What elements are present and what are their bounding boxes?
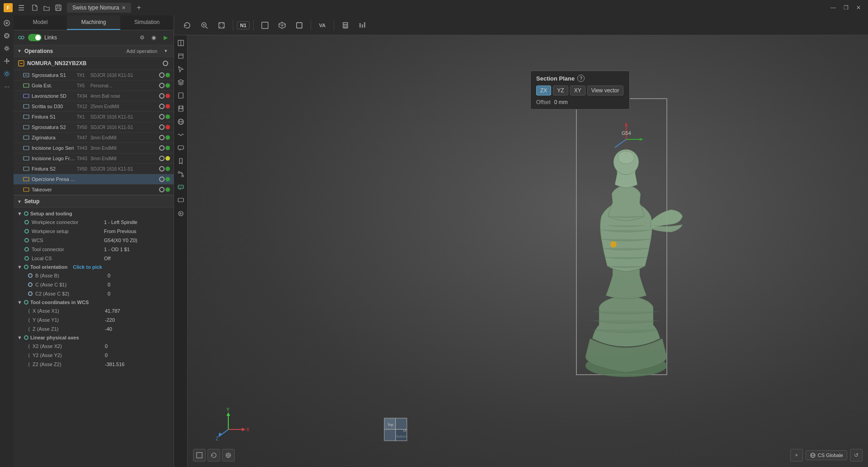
save-file-icon[interactable] — [53, 3, 63, 13]
toolbar-print-icon[interactable] — [338, 18, 353, 33]
vp-frame-btn[interactable] — [193, 449, 206, 462]
vt-page-icon[interactable] — [175, 90, 187, 101]
links-toggle[interactable] — [28, 34, 42, 41]
table-row[interactable]: Incisione Logo Seri T#43 3mm EndMill — [14, 143, 174, 153]
table-row[interactable]: Sgrossatura S1 T#1 SDJCR 1616 K11-S1 — [14, 70, 174, 81]
hamburger-menu-icon[interactable]: ☰ — [16, 3, 26, 13]
op-name-4: Finitura S1 — [32, 114, 77, 119]
axis-x-icon: ⟨ — [28, 308, 30, 314]
close-button[interactable]: ✕ — [853, 3, 864, 12]
status-ring-8 — [159, 156, 165, 161]
setup-row-workpiece-setup: Workpiece setup From Previous — [14, 227, 174, 236]
svg-text:Y: Y — [226, 407, 230, 412]
tab-machining[interactable]: Machining — [67, 15, 120, 30]
svg-point-74 — [227, 454, 229, 456]
restore-button[interactable]: ❐ — [840, 3, 852, 12]
svg-rect-44 — [178, 198, 184, 202]
sidebar-home-icon[interactable] — [1, 17, 13, 29]
table-row[interactable]: Incisione Logo Franco T#43 3mm EndMill — [14, 153, 174, 164]
add-operation-button[interactable]: Add operation — [124, 48, 160, 55]
svg-rect-33 — [364, 22, 365, 28]
new-tab-button[interactable]: + — [135, 4, 142, 12]
sidebar-axes-icon[interactable] — [1, 55, 13, 67]
table-row[interactable]: Sgrossatura S2 T#50 SDJCR 1616 K11-S1 — [14, 122, 174, 133]
play-icon[interactable]: ▶ — [161, 33, 170, 42]
new-file-icon[interactable] — [30, 3, 40, 13]
cs-globe-btn[interactable]: CS Globale — [806, 450, 847, 460]
svg-rect-16 — [24, 115, 29, 119]
vt-transform-icon[interactable] — [175, 168, 187, 180]
setup-header[interactable]: ▼ Setup — [14, 195, 174, 208]
table-row[interactable]: Finitura S1 T#1 SDJCR 1616 K11-S1 — [14, 112, 174, 122]
sidebar-orbit-icon[interactable] — [1, 30, 13, 42]
op-detail-8: 3mm EndMill — [90, 156, 145, 161]
vt-layers-icon[interactable] — [175, 76, 187, 88]
table-row[interactable]: Scritta su D30 T#12 25mm EndMill — [14, 101, 174, 112]
svg-marker-51 — [625, 122, 627, 126]
setup-section-tool-orient[interactable]: ▼ Tool orientation Click to pick — [14, 263, 174, 271]
vt-wave-icon[interactable] — [175, 129, 187, 141]
table-row[interactable]: Takeover — [14, 185, 174, 195]
toolbar-va-icon[interactable]: VA — [315, 18, 330, 33]
toolbar-chart-icon[interactable] — [355, 18, 370, 33]
active-tab[interactable]: Swiss type Nomura ✕ — [67, 3, 131, 13]
vp-rotate-btn[interactable] — [208, 449, 220, 462]
rotate-view-btn[interactable]: ↺ — [850, 449, 863, 462]
table-row[interactable]: Lavorazione 5D T#34 4mm Ball nose — [14, 91, 174, 101]
toolbar-frame-icon[interactable] — [257, 18, 273, 33]
tab-close-icon[interactable]: ✕ — [122, 5, 126, 11]
table-row[interactable]: Finitura S2 T#50 SDJCR 1616 K11-S1 — [14, 164, 174, 174]
setup-section-setup-tooling[interactable]: ▼ Setup and tooling — [14, 210, 174, 218]
vt-chat2-icon[interactable] — [175, 181, 187, 193]
vt-bookmark-icon[interactable] — [175, 103, 187, 114]
vt-chat-icon[interactable] — [175, 142, 187, 154]
vt-print-icon[interactable] — [175, 50, 187, 62]
left-panel: Model Machining Simulation Links ⚙ ◉ ▶ ▼… — [14, 15, 174, 467]
svg-point-6 — [6, 48, 8, 50]
sp-btn-yz[interactable]: YZ — [553, 86, 568, 95]
status-ring-6 — [159, 135, 165, 140]
setup-val-c2: 0 — [108, 291, 110, 296]
setup-section-linear-axes[interactable]: ▼ Linear physical axes — [14, 334, 174, 342]
n1-badge[interactable]: N1 — [237, 21, 250, 29]
setup-dot-lcs — [24, 256, 29, 261]
tab-model[interactable]: Model — [14, 15, 67, 30]
setup-row-z: ⟨ Z (Asse Z1) -40 — [14, 324, 174, 334]
sidebar-view-icon[interactable] — [1, 68, 13, 80]
open-file-icon[interactable] — [42, 3, 52, 13]
sp-btn-xy[interactable]: XY — [570, 86, 585, 95]
toolbar-cube-icon[interactable] — [274, 18, 290, 33]
settings-icon[interactable]: ⚙ — [137, 33, 146, 42]
setup-section-tool-coords[interactable]: ▼ Tool coordinates in WCS — [14, 298, 174, 306]
vt-settings2-icon[interactable] — [175, 195, 187, 206]
sidebar-settings-icon[interactable] — [1, 43, 13, 54]
setup-key-ws: Workpiece setup — [32, 229, 104, 234]
vp-target-btn[interactable] — [222, 449, 235, 462]
table-row[interactable]: Operzione Presa pezzo da ... — [14, 174, 174, 185]
vt-cursor-icon[interactable] — [175, 63, 187, 75]
svg-rect-13 — [24, 84, 29, 87]
sidebar-dots-icon[interactable]: ··· — [1, 81, 13, 92]
status-ring-7 — [159, 145, 165, 151]
sp-btn-view-vector[interactable]: View vector — [587, 86, 623, 95]
table-row[interactable]: Zigrinatura T#47 3mm EndMill — [14, 133, 174, 143]
toolbar-transparency-icon[interactable] — [292, 18, 307, 33]
refresh-icon[interactable]: ◉ — [149, 33, 158, 42]
sp-help-button[interactable]: ? — [577, 75, 585, 82]
toolbar-rotate-icon[interactable] — [179, 18, 195, 33]
toolbar-zoom-icon[interactable] — [197, 18, 212, 33]
vt-comment-icon[interactable] — [175, 208, 187, 219]
op-tool-3: T#12 — [77, 104, 90, 109]
add-operation-dropdown[interactable]: ▾ — [162, 47, 170, 55]
vt-globe-icon[interactable] — [175, 116, 187, 128]
add-view-btn[interactable]: + — [790, 449, 803, 462]
minimize-button[interactable]: — — [827, 3, 839, 12]
sp-btn-zx[interactable]: ZX — [536, 86, 551, 95]
operations-section-header[interactable]: ▼ Operations Add operation ▾ — [14, 45, 174, 57]
table-row[interactable]: Gola Est. T#5 Personal... — [14, 81, 174, 91]
vt-section-icon[interactable] — [175, 37, 187, 49]
vt-bookmark2-icon[interactable] — [175, 155, 187, 167]
toolbar-fit-icon[interactable] — [214, 18, 229, 33]
viewport[interactable]: Section Plane ? ZX YZ XY View vector Off… — [188, 35, 868, 467]
tab-simulation[interactable]: Simulation — [120, 15, 174, 30]
